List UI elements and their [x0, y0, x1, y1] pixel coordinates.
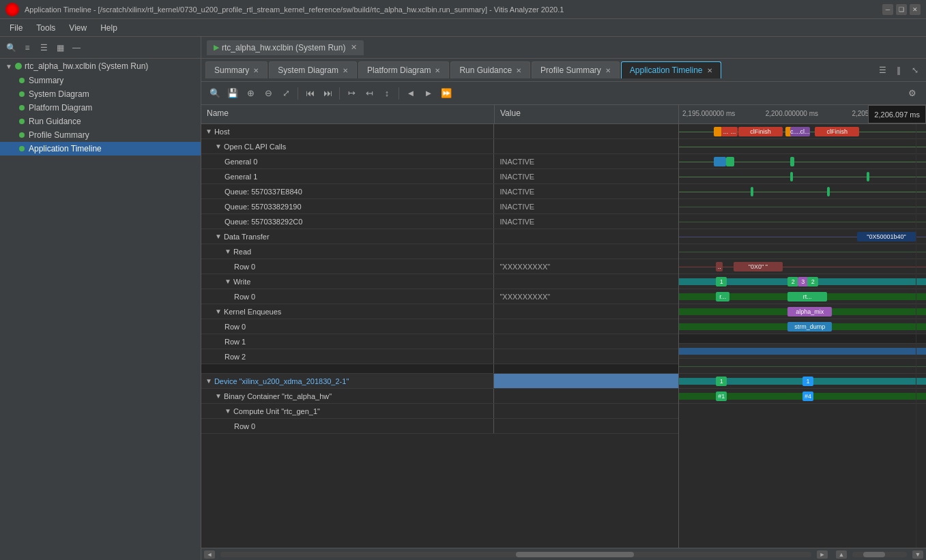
tab-summary-close[interactable]: ✕	[253, 67, 259, 74]
bincontainer-collapse-icon[interactable]: ▼	[215, 392, 222, 400]
datatransfer-collapse-icon[interactable]: ▼	[215, 233, 222, 240]
opencl-collapse-icon[interactable]: ▼	[215, 143, 222, 150]
scroll-up-button[interactable]: ▲	[836, 550, 847, 559]
host-collapse-icon[interactable]: ▼	[205, 128, 212, 135]
vis-row-write-row0: .. "0X0" "	[679, 259, 926, 274]
host-label: Host	[214, 128, 230, 136]
computeunit-collapse-icon[interactable]: ▼	[225, 407, 231, 415]
marker-right-icon[interactable]: ►	[420, 85, 437, 102]
write-collapse-icon[interactable]: ▼	[225, 278, 231, 285]
general1-value: INACTIVE	[494, 173, 678, 181]
minimize-button[interactable]: ─	[882, 4, 893, 15]
center-icon[interactable]: ↕	[379, 85, 395, 102]
tab-expand-icon[interactable]: ⤡	[908, 63, 922, 77]
sidebar-item-summary[interactable]: Summary	[0, 74, 201, 87]
tab-run-guidance-close[interactable]: ✕	[516, 67, 521, 74]
tl-block-cu-1: 1	[716, 377, 727, 386]
scroll-right-button[interactable]: ►	[817, 550, 828, 559]
go-to-start-icon[interactable]: ⏮	[302, 85, 318, 102]
tree-row-ke-row0: Row 0	[201, 319, 678, 334]
toolbar-sep-2	[339, 87, 340, 100]
baseline	[679, 192, 926, 192]
search-icon[interactable]: 🔍	[4, 41, 18, 55]
minimize-sidebar-icon[interactable]: —	[70, 41, 83, 55]
tab-summary-label: Summary	[214, 65, 249, 75]
timeline-content: Name Value ▼ Host	[201, 105, 926, 560]
tl-block-cu-row0-1: #1	[716, 392, 727, 401]
tab-platform-diagram-close[interactable]: ✕	[435, 67, 440, 74]
sidebar-item-profile-summary[interactable]: Profile Summary	[0, 128, 201, 142]
tree-panel: Name Value ▼ Host	[201, 105, 679, 548]
tl-block-clfinish2: clFinish	[815, 127, 859, 136]
run-tab[interactable]: ▶ rtc_alpha_hw.xclbin (System Run) ✕	[207, 40, 364, 55]
menu-view[interactable]: View	[62, 22, 93, 34]
ke-row1-label: Row 1	[225, 338, 246, 346]
tab-summary[interactable]: Summary ✕	[205, 61, 267, 78]
scroll-thumb[interactable]	[516, 552, 634, 557]
kernelenq-collapse-icon[interactable]: ▼	[215, 308, 222, 315]
sidebar-item-system-diagram[interactable]: System Diagram	[0, 87, 201, 101]
menu-help[interactable]: Help	[93, 22, 124, 34]
read-collapse-icon[interactable]: ▼	[225, 248, 231, 255]
tab-actions: ☰ ‖ ⤡	[876, 63, 922, 77]
zoom-in-icon[interactable]: ⊕	[242, 85, 259, 102]
tab-split-icon[interactable]: ‖	[892, 63, 906, 77]
summary-dot	[19, 78, 25, 83]
root-item[interactable]: ▼ rtc_alpha_hw.xclbin (System Run)	[0, 59, 201, 74]
sidebar-item-application-timeline[interactable]: Application Timeline	[0, 142, 201, 156]
tab-system-diagram[interactable]: System Diagram ✕	[269, 61, 357, 78]
tree-row-queue3: Queue: 5570338292C0 INACTIVE	[201, 214, 678, 229]
zoom-out-icon[interactable]: ⊖	[260, 85, 276, 102]
scroll-thumb-v[interactable]	[863, 552, 885, 557]
vis-row-computeunit: 1 1	[679, 374, 926, 389]
tab-profile-summary[interactable]: Profile Summary ✕	[532, 61, 620, 78]
collapse-all-icon[interactable]: ≡	[20, 41, 34, 55]
tab-platform-diagram[interactable]: Platform Diagram ✕	[358, 61, 449, 78]
tab-system-diagram-close[interactable]: ✕	[343, 67, 348, 74]
filter-icon[interactable]: ▦	[53, 41, 67, 55]
run-tab-label: rtc_alpha_hw.xclbin (System Run)	[222, 43, 345, 53]
marker-left-icon[interactable]: ◄	[403, 85, 419, 102]
tl-block-cu-2: 1	[802, 377, 813, 386]
expand-all-icon[interactable]: ☰	[37, 41, 50, 55]
profile-summary-dot	[19, 132, 25, 138]
vis-row-queue1	[679, 154, 926, 169]
scrollbar-area: ◄ ► ▲ ▼	[201, 548, 926, 560]
save-icon[interactable]: 💾	[225, 85, 241, 102]
menu-bar: File Tools View Help	[0, 19, 926, 37]
tab-run-guidance[interactable]: Run Guidance ✕	[450, 61, 530, 78]
time-label-1: 2,195.000000 ms	[682, 110, 735, 117]
tree-row-queue2: Queue: 557033829190 INACTIVE	[201, 199, 678, 214]
tab-profile-summary-close[interactable]: ✕	[605, 67, 611, 74]
scroll-left-button[interactable]: ◄	[204, 550, 215, 559]
restore-button[interactable]: ❑	[896, 4, 907, 15]
settings-icon[interactable]: ⚙	[904, 85, 921, 102]
tab-application-timeline-close[interactable]: ✕	[707, 67, 712, 74]
sidebar-label-run-guidance: Run Guidance	[29, 117, 81, 126]
tl-block-read-0x50: "0X50001b40"	[857, 232, 916, 241]
sidebar-item-run-guidance[interactable]: Run Guidance	[0, 115, 201, 128]
timeline-main: Name Value ▼ Host	[201, 105, 926, 548]
scroll-track-v[interactable]	[852, 552, 907, 557]
menu-tools[interactable]: Tools	[29, 22, 62, 34]
close-button[interactable]: ✕	[910, 4, 921, 15]
tab-list-icon[interactable]: ☰	[876, 63, 889, 77]
root-label: rtc_alpha_hw.xclbin (System Run)	[25, 61, 148, 71]
baseline	[679, 366, 926, 367]
menu-file[interactable]: File	[3, 22, 29, 34]
title-bar: Application Timeline - [/scratch/xilinx/…	[0, 0, 926, 19]
run-tab-close[interactable]: ✕	[351, 43, 357, 52]
read-label: Read	[233, 248, 251, 256]
scroll-track[interactable]	[220, 552, 811, 557]
align-right-icon[interactable]: ↤	[361, 85, 377, 102]
fit-icon[interactable]: ⤢	[278, 85, 294, 102]
scroll-down-button[interactable]: ▼	[912, 550, 923, 559]
tl-block-q1-2	[726, 157, 734, 166]
marker-end-icon[interactable]: ⏩	[438, 85, 454, 102]
sidebar-item-platform-diagram[interactable]: Platform Diagram	[0, 101, 201, 115]
tab-application-timeline[interactable]: Application Timeline ✕	[621, 61, 721, 78]
device-collapse-icon[interactable]: ▼	[205, 377, 212, 385]
search-timeline-icon[interactable]: 🔍	[207, 85, 223, 102]
prev-icon[interactable]: ⏭	[319, 85, 336, 102]
align-left-icon[interactable]: ↦	[343, 85, 360, 102]
